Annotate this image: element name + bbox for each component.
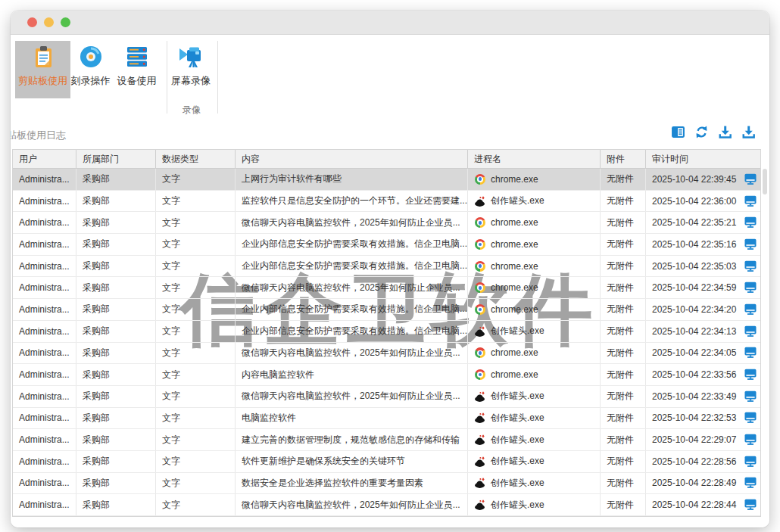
table-row[interactable]: Administra... 采购部 文字 企业内部信息安全防护需要采取有效措施。… [13, 234, 760, 256]
monitor-icon[interactable] [744, 282, 757, 294]
column-header-process[interactable]: 进程名 [468, 150, 601, 168]
table-row[interactable]: Administra... 采购部 文字 企业内部信息安全防护需要采取有效措施。… [13, 299, 760, 321]
table-row[interactable]: Administra... 采购部 文字 内容电脑监控软件 chrome.exe… [13, 364, 760, 386]
monitor-icon[interactable] [744, 369, 757, 381]
table-row[interactable]: Administra... 采购部 文字 软件更新维护是确保系统安全的关键环节 … [13, 451, 760, 473]
table-row[interactable]: Administra... 采购部 文字 监控软件只是信息安全防护的一个环节。企… [13, 191, 760, 213]
process-icon [474, 390, 486, 403]
table-row[interactable]: Administra... 采购部 文字 企业内部信息安全防护需要采取有效措施。… [13, 321, 760, 343]
monitor-icon[interactable] [744, 173, 757, 185]
cell-process: 创作罐头.exe [468, 451, 601, 472]
download-icon[interactable] [741, 125, 756, 139]
refresh-icon[interactable] [694, 125, 709, 139]
monitor-icon[interactable] [744, 499, 757, 511]
table-row[interactable]: Administra... 采购部 文字 数据安全是企业选择监控软件的重要考量因… [13, 473, 760, 495]
column-header-audit-time[interactable]: 审计时间 [646, 150, 760, 168]
monitor-icon[interactable] [744, 303, 757, 316]
monitor-icon[interactable] [744, 390, 757, 403]
process-icon [474, 499, 486, 511]
monitor-icon[interactable] [744, 456, 757, 468]
cell-process: chrome.exe [468, 343, 601, 364]
monitor-icon[interactable] [744, 260, 757, 272]
cell-content: 电脑监控软件 [236, 408, 468, 429]
cell-department: 采购部 [76, 299, 156, 320]
cell-data-type: 文字 [156, 343, 236, 364]
process-name: chrome.exe [491, 369, 538, 380]
process-icon [474, 456, 486, 468]
app-window: 剪贴板使用 刻录操作 [11, 11, 769, 527]
minimize-button[interactable] [44, 17, 54, 27]
process-icon [474, 238, 486, 250]
cell-attachment: 无附件 [601, 191, 646, 212]
can-app-icon [474, 434, 486, 446]
monitor-icon[interactable] [744, 477, 757, 489]
cell-audit-time: 2025-10-04 22:35:03 [646, 256, 760, 277]
ribbon-button-screen-record[interactable]: 屏幕录像 [168, 41, 214, 98]
column-header-attachment[interactable]: 附件 [601, 150, 646, 168]
ribbon-button-device[interactable]: 设备使用 [113, 41, 161, 98]
table-row[interactable]: Administra... 采购部 文字 微信聊天内容电脑监控软件，2025年如… [13, 494, 760, 516]
cell-audit-time: 2025-10-04 22:34:59 [646, 277, 760, 298]
scrollbar-thumb[interactable] [763, 169, 767, 194]
cell-process: 创作罐头.exe [468, 494, 601, 515]
cell-department: 采购部 [76, 408, 156, 429]
cell-audit-time: 2025-10-04 22:32:53 [646, 408, 760, 429]
audit-time-text: 2025-10-04 22:39:45 [652, 174, 736, 185]
cell-attachment: 无附件 [601, 429, 646, 450]
cell-data-type: 文字 [156, 451, 236, 472]
audit-time-text: 2025-10-04 22:35:03 [652, 261, 736, 272]
monitor-icon[interactable] [744, 412, 757, 424]
cell-attachment: 无附件 [601, 343, 646, 364]
cell-content: 微信聊天内容电脑监控软件，2025年如何防止企业员... [236, 386, 468, 407]
column-header-department[interactable]: 所属部门 [76, 150, 156, 168]
ribbon-button-burn[interactable]: 刻录操作 [67, 41, 114, 98]
cell-department: 采购部 [76, 277, 156, 298]
table-row[interactable]: Administra... 采购部 文字 建立完善的数据管理制度，规范敏感信息的… [13, 429, 760, 451]
cell-process: 创作罐头.exe [468, 321, 601, 342]
process-name: chrome.exe [491, 217, 538, 228]
table-row[interactable]: Administra... 采购部 文字 电脑监控软件 创作罐头.exe 无附件… [13, 408, 760, 430]
process-name: 创作罐头.exe [491, 325, 544, 338]
table-row[interactable]: Administra... 采购部 文字 微信聊天内容电脑监控软件，2025年如… [13, 277, 760, 299]
process-name: chrome.exe [491, 347, 538, 358]
monitor-icon[interactable] [744, 347, 757, 359]
audit-time-text: 2025-10-04 22:28:56 [652, 456, 736, 467]
table-row[interactable]: Administra... 采购部 文字 上网行为审计软件有哪些 chrome.… [13, 169, 760, 191]
zoom-button[interactable] [61, 17, 70, 27]
table-body: Administra... 采购部 文字 上网行为审计软件有哪些 chrome.… [13, 169, 760, 516]
cell-user: Administra... [13, 386, 76, 407]
chrome-icon [475, 347, 485, 358]
table-row[interactable]: Administra... 采购部 文字 微信聊天内容电脑监控软件，2025年如… [13, 212, 760, 234]
table-row[interactable]: Administra... 采购部 文字 微信聊天内容电脑监控软件，2025年如… [13, 343, 760, 365]
monitor-icon[interactable] [744, 434, 757, 446]
cell-data-type: 文字 [156, 234, 236, 255]
cell-audit-time: 2025-10-04 22:28:44 [646, 494, 760, 515]
process-icon [474, 434, 486, 446]
cell-audit-time: 2025-10-04 22:28:49 [646, 473, 760, 494]
column-header-content[interactable]: 内容 [236, 150, 468, 168]
monitor-icon[interactable] [744, 325, 757, 338]
column-header-user[interactable]: 用户 [13, 150, 76, 168]
close-button[interactable] [27, 17, 37, 27]
monitor-icon[interactable] [744, 238, 757, 250]
column-header-data-type[interactable]: 数据类型 [156, 150, 236, 168]
cell-department: 采购部 [76, 212, 156, 233]
monitor-icon[interactable] [744, 195, 757, 207]
cell-process: 创作罐头.exe [468, 386, 601, 407]
cell-data-type: 文字 [156, 256, 236, 277]
download-icon[interactable] [718, 125, 732, 139]
audit-time-text: 2025-10-04 22:34:13 [652, 326, 736, 337]
table-row[interactable]: Administra... 采购部 文字 微信聊天内容电脑监控软件，2025年如… [13, 386, 760, 408]
audit-time-text: 2025-10-04 22:34:59 [652, 282, 736, 293]
vertical-scrollbar[interactable] [761, 149, 769, 497]
cell-department: 采购部 [76, 343, 156, 364]
monitor-icon[interactable] [744, 216, 757, 229]
table-actions [671, 125, 756, 139]
details-report-icon[interactable] [671, 125, 685, 139]
ribbon-group-label: 录像 [183, 104, 201, 117]
ribbon-button-clipboard[interactable]: 剪贴板使用 [15, 41, 70, 98]
process-name: chrome.exe [491, 174, 538, 185]
table-row[interactable]: Administra... 采购部 文字 企业内部信息安全防护需要采取有效措施。… [13, 256, 760, 278]
cell-attachment: 无附件 [601, 364, 646, 385]
cell-attachment: 无附件 [601, 169, 646, 190]
